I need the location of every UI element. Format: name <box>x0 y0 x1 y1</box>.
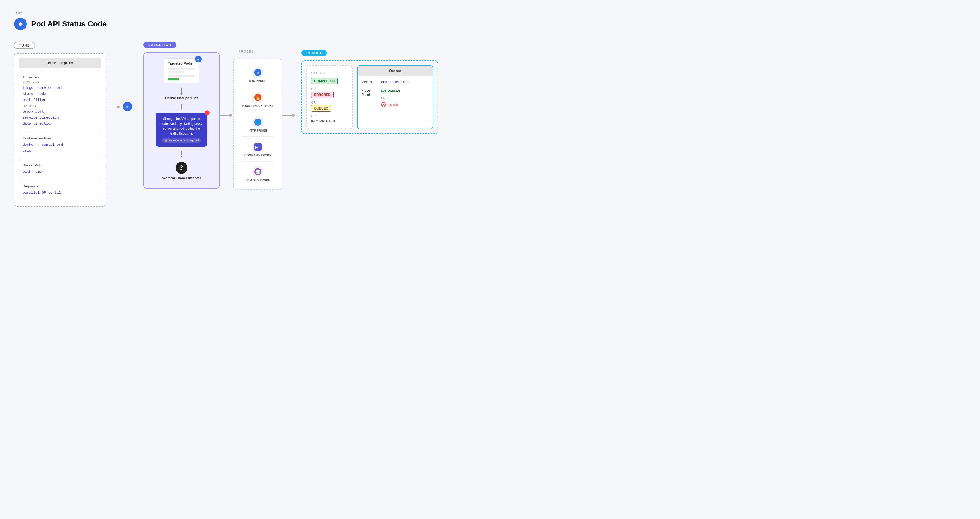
targeted-pods-card: Targeted Pods <box>164 58 199 83</box>
output-header: Output <box>358 66 433 76</box>
result-wrapper: STATUS COMPLETED OR ERRORED OR QUEUED OR… <box>301 60 438 134</box>
container-runtime-row: Container runtime docker , containerdcri… <box>19 133 101 157</box>
wait-label: Wait for Chaos Interval <box>162 176 200 180</box>
tune-exec-connector: ⎈ <box>106 102 143 113</box>
probe-results-row: ProbeResults Passed OR <box>361 89 429 107</box>
down-arrow-1 <box>181 88 182 94</box>
svg-text:⎈: ⎈ <box>126 104 129 109</box>
passed-item: Passed <box>381 89 400 94</box>
probe-results-label: ProbeResults <box>361 89 378 97</box>
tuneables-label: Tuneables <box>22 75 97 79</box>
derive-block: Derive final pod list <box>165 88 198 100</box>
failed-label: Failed <box>388 103 398 107</box>
failed-icon <box>381 102 386 107</box>
targeted-pods-title: Targeted Pods <box>168 61 195 65</box>
prometheus-probe-label: PROMETHEUS PROBE <box>242 104 274 107</box>
sequence-row: Sequence parallel OR serial <box>19 181 101 200</box>
svg-text:▶_: ▶_ <box>255 145 261 149</box>
passed-icon <box>381 89 386 94</box>
container-runtime-label: Container runtime <box>22 136 97 140</box>
main-flow: TUNE User Inputs Tuneables REQUIRED targ… <box>14 42 966 206</box>
output-body: Metrics chaos metrics ProbeResults <box>358 76 433 116</box>
srm-probe-icon: 📊 <box>252 166 264 177</box>
probe-divider-3 <box>242 136 274 137</box>
optional-sublabel: OPTIONAL <box>22 105 97 108</box>
wait-chaos-block: ⏱ Wait for Chaos Interval <box>162 162 200 180</box>
probes-section-label: PROBES <box>233 50 282 53</box>
fault-label: Fault <box>14 11 966 15</box>
srm-probe-label: SRM SLO PROBE <box>245 179 270 182</box>
status-queued-badge: QUEUED <box>311 105 331 112</box>
svg-text:🔥: 🔥 <box>255 94 261 100</box>
k8s-connector-icon: ⎈ <box>123 102 132 111</box>
tune-exec-line2 <box>132 104 143 110</box>
user-inputs-header: User Inputs <box>19 58 101 68</box>
prometheus-probe-icon: 🔥 <box>252 92 264 103</box>
svg-text:🌐: 🌐 <box>255 120 261 125</box>
exec-probes-line <box>220 113 233 118</box>
clock-icon: ⏱ <box>175 162 188 174</box>
output-box: Output Metrics chaos metrics ProbeResult… <box>357 65 433 129</box>
targeted-pods-wrapper: Targeted Pods ⎈ <box>164 58 199 83</box>
tune-exec-line <box>106 104 123 110</box>
red-badge-icon <box>205 110 210 115</box>
tune-section: TUNE User Inputs Tuneables REQUIRED targ… <box>14 42 106 206</box>
prometheus-probe-item[interactable]: 🔥 PROMETHEUS PROBE <box>240 89 276 110</box>
status-box: STATUS COMPLETED OR ERRORED OR QUEUED OR… <box>306 65 353 129</box>
http-probe-icon: 🌐 <box>252 116 264 128</box>
result-section: RESULT STATUS COMPLETED OR ERRORED OR QU… <box>301 42 438 134</box>
status-completed-badge: COMPLETED <box>311 78 338 84</box>
result-label: RESULT <box>301 50 327 56</box>
http-probe-item[interactable]: 🌐 HTTP PROBE <box>246 114 269 134</box>
k8s-probe-icon: ⎈ <box>252 67 264 78</box>
k8s-probe-item[interactable]: ⎈ K8S PROBE <box>247 65 269 85</box>
passed-label: Passed <box>388 89 400 93</box>
status-errored-badge: ERRORED <box>311 92 334 98</box>
tuneables-row: Tuneables REQUIRED target_service_portst… <box>19 71 101 130</box>
targeted-pods-k8s-icon: ⎈ <box>195 56 202 63</box>
svg-point-24 <box>381 89 386 93</box>
k8s-probe-label: K8S PROBE <box>249 79 266 83</box>
probes-list: ⎈ K8S PROBE 🔥 PROMETHEUS PROBE 🌐 HTTP PR… <box>233 59 282 190</box>
privilege-badge: 🔒 Privilege access required <box>162 138 201 143</box>
lock-icon: 🔒 <box>164 139 167 142</box>
or-3: OR <box>311 114 348 118</box>
command-probe-label: COMMAND PROBE <box>245 154 271 157</box>
change-api-text: Change the API response status code by s… <box>159 116 204 136</box>
execution-section: EXECUTION Targeted Pods ⎈ <box>143 42 220 189</box>
status-header: STATUS <box>311 71 348 75</box>
or-probe: OR <box>381 96 400 100</box>
dashed-down-arrow <box>181 151 182 157</box>
probes-result-connector <box>282 113 296 118</box>
down-arrow-2 <box>181 104 182 108</box>
required-sublabel: REQUIRED <box>22 81 97 84</box>
execution-box: Targeted Pods ⎈ Derive final pod list <box>143 52 220 189</box>
derive-label: Derive final pod list <box>165 96 198 100</box>
tune-label: TUNE <box>14 42 35 49</box>
svg-text:⎈: ⎈ <box>197 57 199 61</box>
socket-path-label: Socket Path <box>22 163 97 167</box>
socket-path-value: path name <box>22 169 97 175</box>
page-header: ⎈ Pod API Status Code <box>14 17 966 31</box>
failed-item: Failed <box>381 102 400 107</box>
sequence-label: Sequence <box>22 184 97 188</box>
execution-label: EXECUTION <box>143 42 176 48</box>
sequence-value: parallel OR serial <box>22 190 97 196</box>
probes-result-line <box>282 113 296 118</box>
srm-probe-item[interactable]: 📊 SRM SLO PROBE <box>243 164 272 184</box>
command-probe-icon: ▶_ <box>252 141 264 152</box>
command-probe-item[interactable]: ▶_ COMMAND PROBE <box>242 139 274 159</box>
svg-point-4 <box>117 106 119 108</box>
metrics-label: Metrics <box>361 80 378 84</box>
or-1: OR <box>311 87 348 90</box>
optional-values: proxy_portservice_directiondata_directio… <box>22 109 97 127</box>
socket-path-row: Socket Path path name <box>19 160 101 178</box>
exec-probes-connector <box>220 113 233 118</box>
svg-text:⎈: ⎈ <box>257 71 259 75</box>
privilege-text: Privilege access required <box>169 139 199 142</box>
or-2: OR <box>311 101 348 104</box>
http-probe-label: HTTP PROBE <box>248 129 267 132</box>
probes-section: PROBES ⎈ K8S PROBE 🔥 PROMETHEUS PROBE <box>233 42 282 190</box>
svg-point-11 <box>229 114 232 117</box>
status-incompleted: INCOMPLETED <box>311 119 348 123</box>
